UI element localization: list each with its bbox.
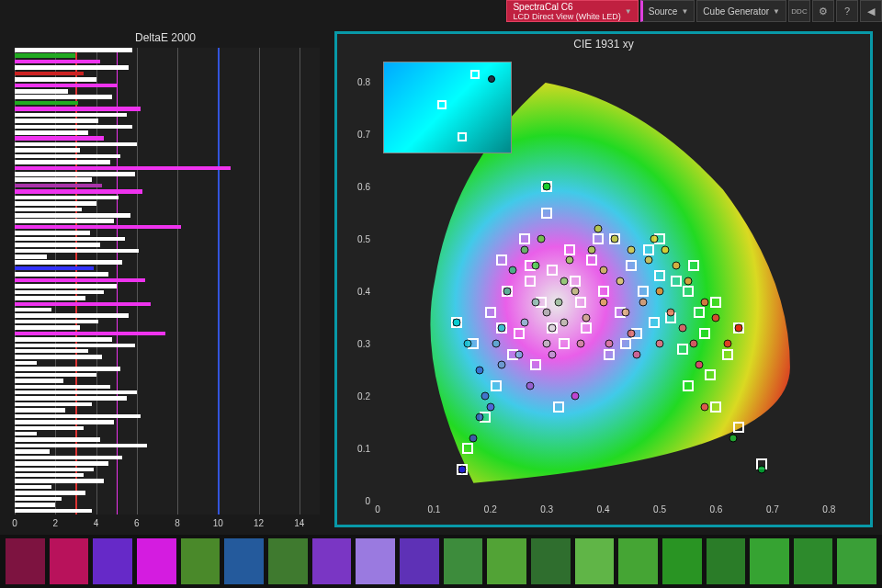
delta-bar xyxy=(15,503,55,507)
cie-measured xyxy=(458,465,467,473)
cie-measured xyxy=(650,235,658,243)
cie-measured xyxy=(588,245,596,254)
delta-bar xyxy=(15,426,84,431)
delta-bar xyxy=(15,136,104,141)
cie-target xyxy=(575,297,586,308)
delta-bar xyxy=(15,313,129,318)
delta-bar xyxy=(15,497,62,502)
cie-target xyxy=(649,317,660,328)
gear-icon[interactable]: ⚙ xyxy=(812,0,834,22)
delta-bar xyxy=(15,437,100,442)
cie-target xyxy=(530,359,541,370)
cie-measured xyxy=(633,350,641,358)
delta-bar xyxy=(15,485,51,490)
cie-measured xyxy=(537,235,546,243)
cie-measured xyxy=(481,392,489,401)
color-swatch[interactable] xyxy=(137,538,176,584)
color-swatch[interactable] xyxy=(487,538,526,584)
color-swatch[interactable] xyxy=(181,538,220,584)
cie-target xyxy=(491,380,502,391)
cie-measured xyxy=(689,340,697,348)
cie-target xyxy=(710,297,721,308)
meter-dropdown[interactable]: SpectraCal C6 LCD Direct View (White LED… xyxy=(506,0,638,22)
cie-measured xyxy=(678,324,686,333)
cube-dropdown[interactable]: Cube Generator ▼ xyxy=(696,0,786,22)
cie-measured xyxy=(514,350,523,358)
delta-bar xyxy=(15,243,100,247)
delta-bar xyxy=(15,60,100,64)
delta-bar xyxy=(15,101,78,106)
delta-bar xyxy=(15,325,80,330)
cie-measured xyxy=(565,256,573,265)
color-swatch[interactable] xyxy=(575,538,615,584)
delta-bar xyxy=(15,72,84,76)
delta-bar xyxy=(15,320,98,324)
delta-bar xyxy=(15,119,98,123)
delta-bar xyxy=(15,213,130,218)
color-swatch[interactable] xyxy=(93,538,132,584)
cie-measured xyxy=(656,288,664,296)
color-swatch[interactable] xyxy=(837,538,876,584)
delta-bar xyxy=(15,125,132,130)
cie-measured xyxy=(735,324,743,333)
color-swatch[interactable] xyxy=(444,538,483,584)
delta-bar xyxy=(15,142,137,147)
color-swatch[interactable] xyxy=(662,538,702,584)
cie-target xyxy=(598,286,609,297)
color-swatch[interactable] xyxy=(356,538,395,584)
cie-target xyxy=(586,254,597,266)
delta-bar xyxy=(15,65,129,70)
cie-measured xyxy=(543,340,551,348)
color-swatch[interactable] xyxy=(618,538,658,584)
delta-bar xyxy=(15,302,151,307)
color-swatch[interactable] xyxy=(6,538,45,584)
delta-bar xyxy=(15,177,92,182)
ddc-button[interactable]: DDC xyxy=(788,0,810,22)
delta-x-axis: 02468101214 xyxy=(15,518,320,531)
delta-bar xyxy=(15,130,88,135)
delta-bar xyxy=(15,432,37,436)
cie-target xyxy=(604,349,615,360)
delta-bar xyxy=(15,390,137,395)
help-icon[interactable]: ? xyxy=(836,0,858,22)
cie-measured xyxy=(599,298,607,306)
cie-x-axis: 00.10.20.30.40.50.60.70.8 xyxy=(378,504,857,521)
cie-target xyxy=(519,233,530,244)
cie-measured xyxy=(452,319,460,327)
color-swatch[interactable] xyxy=(794,538,833,584)
delta-bar xyxy=(15,284,117,288)
color-swatch[interactable] xyxy=(400,538,439,584)
delta-bar xyxy=(15,337,112,342)
delta-bar xyxy=(15,189,142,194)
color-swatch[interactable] xyxy=(224,538,264,584)
color-swatch[interactable] xyxy=(50,538,89,584)
color-swatch[interactable] xyxy=(312,538,352,584)
color-swatch[interactable] xyxy=(750,538,789,584)
color-swatch[interactable] xyxy=(531,538,571,584)
cie-measured xyxy=(571,392,579,401)
delta-bar xyxy=(15,89,68,94)
delta-bar xyxy=(15,332,165,336)
delta-title: DeltaE 2000 xyxy=(0,26,331,46)
delta-bar xyxy=(15,148,80,153)
delta-bar xyxy=(15,231,90,235)
cie-measured xyxy=(498,360,506,368)
source-dropdown[interactable]: Source ▼ xyxy=(640,0,695,22)
cie-target xyxy=(485,307,496,318)
delta-bar xyxy=(15,349,88,354)
delta-bar xyxy=(15,219,114,223)
cie-measured xyxy=(554,298,562,306)
delta-bar xyxy=(15,491,85,495)
delta-bar xyxy=(15,408,65,413)
cie-measured xyxy=(610,235,618,243)
cie-target xyxy=(683,286,694,297)
cie-panel[interactable]: CIE 1931 xy 00.10.20.30.40.50.60.70.8 xyxy=(334,31,873,527)
back-icon[interactable]: ◀ xyxy=(860,0,882,22)
delta-bar xyxy=(15,414,141,419)
delta-bar xyxy=(15,473,84,478)
color-swatch[interactable] xyxy=(707,538,746,584)
color-swatch[interactable] xyxy=(268,538,308,584)
delta-bar xyxy=(15,184,102,188)
delta-bar xyxy=(15,95,112,99)
cie-target xyxy=(564,244,575,255)
